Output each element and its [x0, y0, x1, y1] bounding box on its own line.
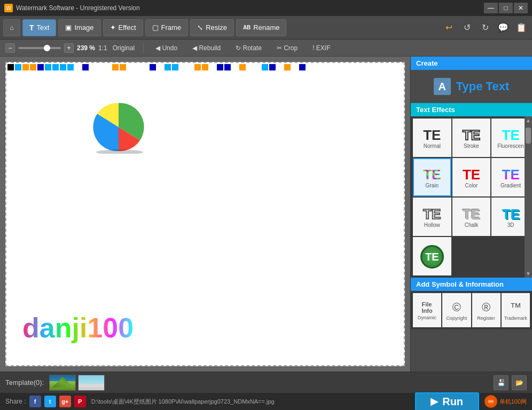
pixel-dot — [284, 64, 291, 70]
pointer-icon[interactable]: ↩ — [441, 20, 456, 35]
template-thumb-1[interactable] — [78, 375, 105, 391]
maximize-button[interactable]: □ — [499, 3, 513, 13]
effect-hollow[interactable]: TE Hollow — [413, 198, 451, 236]
pixel-dot — [247, 64, 253, 70]
trademark-label: Trademark — [504, 316, 527, 321]
effect-emblem-preview: TE — [420, 245, 444, 269]
undo-action-button[interactable]: ◀ Undo — [152, 43, 181, 53]
scroll-thumb — [526, 128, 531, 144]
symbol-grid: FileInfo Dynamic © Copyright ® Register … — [411, 291, 532, 329]
watermark-logo: 100 单机100网 — [484, 395, 527, 408]
template-save-controls: 💾 📂 — [494, 375, 527, 390]
pixel-dot — [232, 64, 238, 70]
googleplus-button[interactable]: g+ — [59, 396, 71, 407]
register-icon: ® — [482, 301, 490, 314]
effect-stroke-preview: TE — [463, 128, 480, 142]
top-icons: ↩ ↺ ↻ 💬 📋 — [441, 20, 529, 35]
effect-stroke-label: Stroke — [464, 143, 479, 149]
minimize-button[interactable]: — — [484, 3, 498, 13]
pixel-dot — [127, 64, 134, 70]
pixel-dot — [75, 64, 81, 70]
type-text-icon: A — [434, 78, 451, 95]
logo-text: 100 — [488, 400, 494, 403]
pixel-dot — [105, 64, 111, 70]
zoom-original: 1:1 Original — [98, 44, 135, 52]
template-thumb-0[interactable] — [49, 375, 76, 391]
effect-tool-button[interactable]: ✦ Effect — [103, 19, 143, 36]
symbol-trademark[interactable]: ™ Trademark — [502, 293, 530, 327]
pixel-dot — [150, 64, 156, 70]
toolbar: ⌂ T Text ▣ Image ✦ Effect ▢ Frame ⤡ Resi… — [0, 16, 532, 40]
svg-point-0 — [96, 149, 143, 154]
right-panel: Create A Type Text Text Effects TE Norma… — [410, 57, 532, 372]
symbol-register[interactable]: ® Register — [472, 293, 500, 327]
window-title: Watermark Software - Unregistered Versio… — [16, 4, 140, 12]
run-button[interactable]: ▶ Run — [415, 392, 479, 411]
window-controls[interactable]: — □ ✕ — [484, 3, 528, 13]
symbol-dynamic[interactable]: FileInfo Dynamic — [413, 293, 441, 327]
pixel-dot — [277, 64, 283, 70]
effect-color[interactable]: TE Color — [452, 158, 491, 196]
effect-fluorescent-preview: TE — [502, 128, 520, 142]
canvas-watermark-text: danji100 — [22, 312, 134, 344]
pixel-dot — [142, 64, 148, 70]
scroll-up-arrow[interactable]: ▲ — [526, 117, 531, 123]
zoom-out-button[interactable]: − — [5, 43, 15, 53]
effect-gradient-preview: TE — [502, 168, 520, 182]
frame-tool-button[interactable]: ▢ Frame — [145, 19, 189, 36]
symbol-copyright[interactable]: © Copyright — [442, 293, 471, 327]
zoom-thumb[interactable] — [44, 45, 50, 51]
effect-grain[interactable]: TE Grain — [413, 158, 451, 196]
effect-normal[interactable]: TE Normal — [413, 119, 451, 157]
resize-tool-icon: ⤡ — [197, 23, 203, 31]
home-button[interactable]: ⌂ — [3, 19, 20, 36]
pixel-dot — [82, 64, 89, 70]
crop-action-button[interactable]: ✂ Crop — [273, 43, 301, 53]
pixel-dot — [60, 64, 66, 70]
effects-scrollbar[interactable]: ▲ ▼ — [525, 116, 532, 278]
pixel-border-top — [6, 63, 404, 73]
clipboard-icon[interactable]: 📋 — [514, 20, 529, 35]
create-header: Create — [411, 57, 532, 70]
scroll-down-arrow[interactable]: ▼ — [526, 271, 531, 277]
close-button[interactable]: ✕ — [514, 3, 528, 13]
effect-emblem[interactable]: TE — [413, 237, 451, 275]
resize-tool-button[interactable]: ⤡ Resize — [190, 19, 234, 36]
effect-chalk[interactable]: TE Chalk — [452, 198, 491, 236]
pixel-dot — [157, 64, 163, 70]
pixel-dot — [224, 64, 231, 70]
facebook-button[interactable]: f — [29, 396, 41, 407]
pixel-dot — [179, 64, 186, 70]
copyright-icon: © — [452, 301, 461, 314]
load-template-button[interactable]: 📂 — [512, 375, 527, 390]
separator — [143, 43, 144, 53]
rename-tool-button[interactable]: AB Rename — [236, 19, 287, 36]
effect-chalk-label: Chalk — [465, 222, 479, 228]
type-text-row[interactable]: A Type Text — [434, 78, 509, 95]
app-icon: W — [4, 4, 13, 12]
rotate-action-button[interactable]: ↻ Rotate — [232, 43, 265, 53]
undo-icon[interactable]: ↺ — [459, 20, 474, 35]
exif-action-button[interactable]: ! EXIF — [309, 43, 333, 53]
resize-tool-label: Resize — [206, 23, 227, 31]
titlebar: W Watermark Software - Unregistered Vers… — [0, 0, 532, 16]
template-label: Template(0): — [5, 379, 44, 387]
redo-icon[interactable]: ↻ — [478, 20, 492, 35]
text-tool-button[interactable]: T Text — [22, 19, 56, 36]
dynamic-label: Dynamic — [418, 315, 436, 320]
pie-chart-logo — [92, 100, 145, 154]
zoom-slider[interactable] — [18, 47, 61, 49]
effect-stroke[interactable]: TE Stroke — [452, 119, 491, 157]
zoom-in-button[interactable]: + — [64, 43, 74, 53]
rebuild-action-button[interactable]: ◀ Rebuild — [189, 43, 224, 53]
save-template-button[interactable]: 💾 — [494, 375, 508, 390]
pinterest-button[interactable]: P — [74, 396, 86, 407]
share-area: Share : f t g+ P — [5, 396, 86, 407]
zoom-control: − + 239 % 1:1 Original — [5, 43, 135, 53]
twitter-button[interactable]: t — [44, 396, 56, 407]
effect-tool-label: Effect — [119, 23, 136, 31]
image-tool-button[interactable]: ▣ Image — [58, 19, 100, 36]
symbol-header: Add Symbol & Information — [411, 278, 532, 291]
effect-normal-preview: TE — [423, 128, 441, 142]
comment-icon[interactable]: 💬 — [496, 20, 511, 35]
